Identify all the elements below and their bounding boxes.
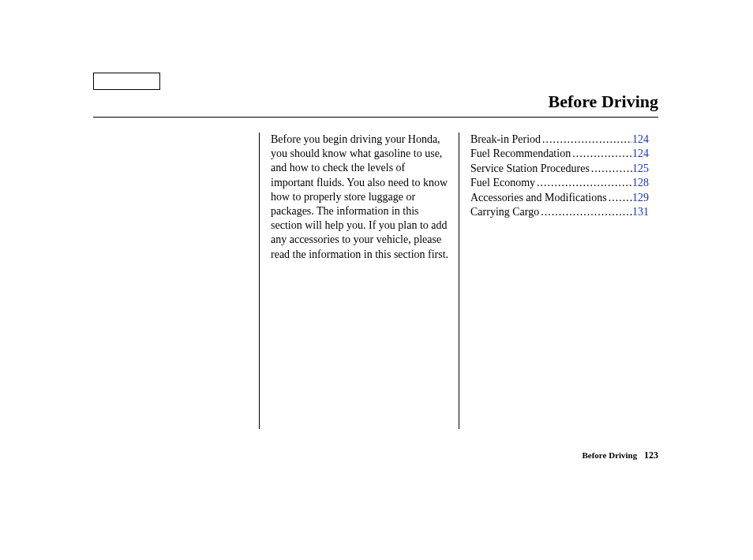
intro-column: Before you begin driving your Honda, you…: [259, 133, 459, 429]
toc-label: Carrying Cargo: [470, 205, 539, 219]
toc-item: Accessories and Modifications 129: [470, 191, 649, 205]
toc-leader: [607, 191, 632, 205]
toc-page-link[interactable]: 131: [632, 205, 649, 219]
toc-item: Fuel Economy 128: [470, 176, 649, 190]
toc-leader: [571, 147, 632, 161]
toc-list: Break-in Period 124 Fuel Recommendation …: [470, 133, 649, 220]
footer-page-number: 123: [644, 450, 658, 461]
toc-item: Carrying Cargo 131: [470, 205, 649, 219]
header-rule: [93, 117, 658, 118]
toc-label: Fuel Economy: [470, 176, 535, 190]
footer-label: Before Driving: [582, 450, 637, 460]
manual-page: Before Driving Before you begin driving …: [0, 0, 753, 560]
toc-label: Accessories and Modifications: [470, 191, 607, 205]
toc-page-link[interactable]: 125: [632, 162, 649, 176]
toc-leader: [535, 176, 632, 190]
toc-leader: [539, 205, 632, 219]
toc-page-link[interactable]: 129: [632, 191, 649, 205]
content-columns: Before you begin driving your Honda, you…: [259, 133, 658, 431]
toc-column: Break-in Period 124 Fuel Recommendation …: [459, 133, 658, 429]
section-title: Before Driving: [548, 91, 658, 112]
toc-label: Fuel Recommendation: [470, 147, 571, 161]
tab-box: [93, 73, 160, 90]
intro-text: Before you begin driving your Honda, you…: [271, 133, 449, 262]
page-footer: Before Driving 123: [582, 450, 658, 461]
toc-page-link[interactable]: 128: [632, 176, 649, 190]
toc-item: Break-in Period 124: [470, 133, 649, 147]
toc-label: Service Station Procedures: [470, 162, 590, 176]
toc-label: Break-in Period: [470, 133, 541, 147]
toc-page-link[interactable]: 124: [632, 133, 649, 147]
toc-item: Fuel Recommendation 124: [470, 147, 649, 161]
toc-item: Service Station Procedures 125: [470, 162, 649, 176]
toc-leader: [541, 133, 632, 147]
toc-leader: [590, 162, 632, 176]
toc-page-link[interactable]: 124: [632, 147, 649, 161]
